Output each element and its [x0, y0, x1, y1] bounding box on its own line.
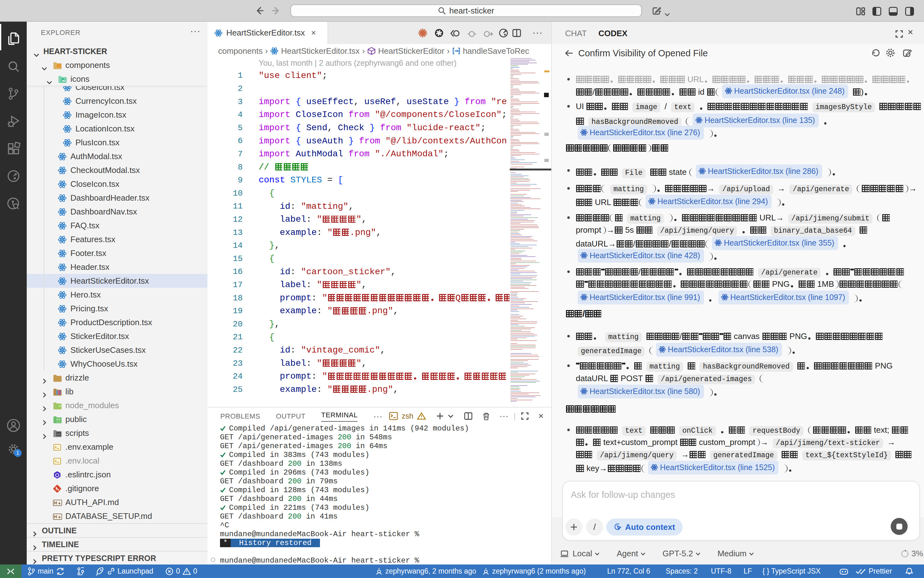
svg-text:JS: JS	[58, 404, 61, 408]
svg-text:<>: <>	[57, 433, 60, 436]
